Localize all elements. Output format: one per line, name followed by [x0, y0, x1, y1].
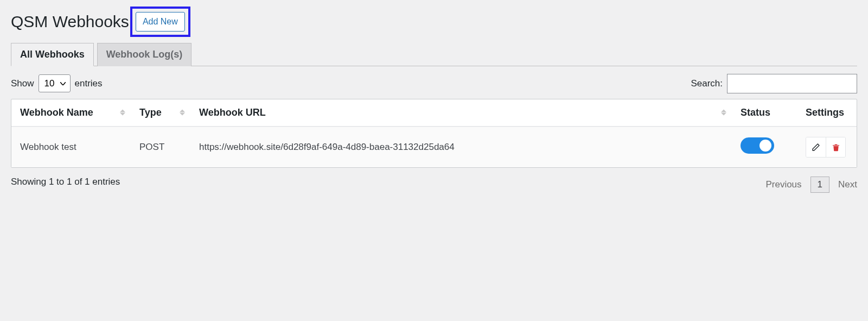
sort-icon: [120, 110, 125, 116]
status-toggle[interactable]: [741, 137, 774, 154]
pagination: Previous 1 Next: [765, 177, 857, 193]
add-new-button[interactable]: Add New: [136, 12, 185, 32]
edit-button[interactable]: [806, 137, 826, 157]
tabs: All Webhooks Webhook Log(s): [11, 42, 857, 66]
current-page[interactable]: 1: [810, 177, 829, 193]
col-header-url[interactable]: Webhook URL: [190, 99, 732, 127]
page-title: QSM Webhooks: [11, 12, 129, 31]
sort-icon: [180, 110, 185, 116]
table-row: Webhook test POST https://webhook.site/6…: [11, 127, 857, 167]
col-header-type[interactable]: Type: [131, 99, 190, 127]
table-info: Showing 1 to 1 of 1 entries: [11, 177, 120, 187]
tab-webhook-logs[interactable]: Webhook Log(s): [97, 43, 192, 66]
cell-url: https://webhook.site/6d28f9af-649a-4d89-…: [190, 127, 732, 167]
col-header-status-label: Status: [741, 107, 770, 118]
col-header-settings-label: Settings: [806, 107, 844, 118]
webhooks-table: Webhook Name Type Webhook URL Status Set…: [11, 99, 857, 168]
col-header-name[interactable]: Webhook Name: [11, 99, 131, 127]
length-prefix: Show: [11, 78, 34, 89]
search-input[interactable]: [727, 74, 857, 93]
delete-button[interactable]: [826, 137, 845, 157]
trash-icon: [832, 143, 840, 152]
toggle-knob: [760, 140, 771, 152]
add-new-highlight: Add New: [130, 7, 190, 37]
sort-icon: [721, 110, 726, 116]
cell-settings: [797, 127, 857, 167]
col-header-type-label: Type: [139, 107, 162, 118]
next-page[interactable]: Next: [838, 179, 857, 190]
col-header-name-label: Webhook Name: [20, 107, 93, 118]
cell-status: [732, 127, 797, 167]
search-label: Search:: [691, 78, 723, 89]
tab-all-webhooks[interactable]: All Webhooks: [11, 43, 94, 66]
length-suffix: entries: [75, 78, 103, 89]
col-header-status: Status: [732, 99, 797, 127]
col-header-url-label: Webhook URL: [199, 107, 266, 118]
pencil-icon: [812, 143, 820, 152]
cell-type: POST: [131, 127, 190, 167]
cell-name: Webhook test: [11, 127, 131, 167]
col-header-settings: Settings: [797, 99, 857, 127]
entries-per-page-select[interactable]: 10: [39, 74, 71, 92]
prev-page[interactable]: Previous: [765, 179, 801, 190]
